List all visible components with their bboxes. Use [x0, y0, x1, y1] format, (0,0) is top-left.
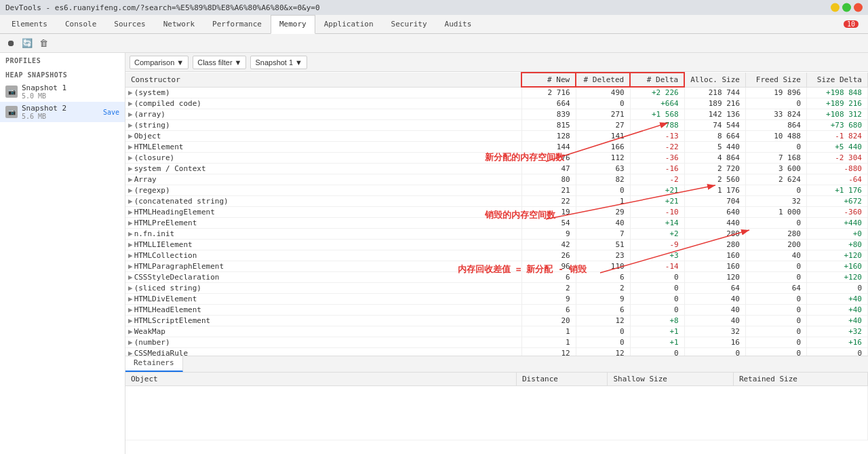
expand-icon[interactable]: ▶	[128, 132, 133, 140]
freed-size-cell: 0	[746, 272, 807, 283]
expand-icon[interactable]: ▶	[128, 338, 133, 347]
constructor-cell: ▶HTMLElement	[125, 142, 521, 153]
table-row[interactable]: ▶HTMLPreElement 54 40 +14 440 0 +440	[125, 218, 868, 229]
tab-sources[interactable]: Sources	[105, 15, 154, 34]
table-row[interactable]: ▶WeakMap 1 0 +1 32 0 +32	[125, 326, 868, 337]
expand-icon[interactable]: ▶	[128, 305, 133, 314]
tab-network[interactable]: Network	[155, 15, 203, 34]
table-row[interactable]: ▶(regexp) 21 0 +21 1 176 0 +1 176	[125, 185, 868, 196]
table-row[interactable]: ▶HTMLElement 144 166 -22 5 440 0 +5 440	[125, 142, 868, 153]
size-delta-cell: +108 312	[807, 109, 868, 120]
retainer-table: ObjectDistanceShallow SizeRetained Size	[125, 373, 868, 440]
table-row[interactable]: ▶HTMLLIElement 42 51 -9 280 200 +80	[125, 240, 868, 250]
title-text: DevTools - es6.ruanyifeng.com/?search=%E…	[5, 3, 320, 12]
expand-icon[interactable]: ▶	[128, 251, 133, 260]
table-row[interactable]: ▶HTMLParagraphElement 96 110 -14 160 0 +…	[125, 261, 868, 272]
table-row[interactable]: ▶system / Context 47 63 -16 2 720 3 600 …	[125, 164, 868, 174]
table-row[interactable]: ▶HTMLDivElement 9 9 0 40 0 +40	[125, 294, 868, 305]
deleted-cell: 0	[576, 326, 630, 337]
expand-icon[interactable]: ▶	[128, 316, 133, 325]
tab-application[interactable]: Application	[315, 15, 382, 34]
expand-icon[interactable]: ▶	[128, 186, 133, 195]
expand-icon[interactable]: ▶	[128, 284, 133, 292]
table-row[interactable]: ▶HTMLScriptElement 20 12 +8 40 0 +40	[125, 316, 868, 326]
main-container: Profiles HEAP SNAPSHOTS 📷 Snapshot 1 5.0…	[0, 53, 868, 454]
tab-security[interactable]: Security	[382, 15, 436, 34]
error-badge: 10	[844, 20, 859, 28]
table-area[interactable]: Constructor # New # Deleted # Delta Allo…	[125, 72, 868, 356]
expand-icon[interactable]: ▶	[128, 143, 133, 151]
freed-size-cell: 864	[746, 120, 807, 131]
expand-icon[interactable]: ▶	[128, 88, 133, 97]
expand-icon[interactable]: ▶	[128, 153, 133, 162]
deleted-cell: 23	[576, 250, 630, 261]
table-row[interactable]: ▶(concatenated string) 22 1 +21 704 32 +…	[125, 196, 868, 207]
deleted-cell: 7	[576, 229, 630, 240]
table-row[interactable]: ▶(sliced string) 2 2 0 64 64 0	[125, 283, 868, 294]
maximize-button[interactable]: □	[842, 3, 851, 12]
tab-audits[interactable]: Audits	[436, 15, 481, 34]
table-row[interactable]: ▶HTMLHeadElement 6 6 0 40 0 +40	[125, 305, 868, 316]
record-button[interactable]: ⏺	[4, 37, 18, 50]
close-button[interactable]: ×	[854, 3, 863, 12]
table-row[interactable]: ▶Array 80 82 -2 2 560 2 624 -64	[125, 174, 868, 185]
table-row[interactable]: ▶(compiled code) 664 0 +664 189 216 0 +1…	[125, 98, 868, 109]
heap-snapshots-header: HEAP SNAPSHOTS	[0, 67, 125, 81]
alloc-size-cell: 5 440	[684, 142, 745, 153]
class-filter-dropdown[interactable]: Class filter ▼	[193, 56, 246, 69]
table-row[interactable]: ▶(system) 2 716 490 +2 226 218 744 19 89…	[125, 87, 868, 98]
deleted-cell: 40	[576, 218, 630, 229]
expand-icon[interactable]: ▶	[128, 208, 133, 216]
alloc-size-cell: 8 664	[684, 131, 745, 142]
table-row[interactable]: ▶(number) 1 0 +1 16 0 +16	[125, 337, 868, 348]
constructor-cell: ▶(compiled code)	[125, 98, 521, 109]
table-row[interactable]: ▶HTMLHeadingElement 19 29 -10 640 1 000 …	[125, 207, 868, 218]
new-cell: 26	[521, 250, 576, 261]
tab-elements[interactable]: Elements	[3, 15, 56, 34]
expand-icon[interactable]: ▶	[128, 99, 133, 108]
table-row[interactable]: ▶Object 128 141 -13 8 664 10 488 -1 824	[125, 131, 868, 142]
expand-icon[interactable]: ▶	[128, 110, 133, 119]
expand-icon[interactable]: ▶	[128, 295, 133, 303]
table-row[interactable]: ▶HTMLCollection 26 23 +3 160 40 +120	[125, 250, 868, 261]
expand-icon[interactable]: ▶	[128, 197, 133, 206]
expand-icon[interactable]: ▶	[128, 262, 133, 271]
clear-button[interactable]: 🗑	[37, 37, 50, 50]
title-bar: DevTools - es6.ruanyifeng.com/?search=%E…	[0, 0, 868, 15]
snapshot-item-0[interactable]: 📷 Snapshot 1 5.0 MB	[0, 81, 125, 102]
comparison-dropdown[interactable]: Comparison ▼	[130, 56, 189, 69]
tab-console[interactable]: Console	[56, 15, 105, 34]
constructor-cell: ▶system / Context	[125, 164, 521, 174]
expand-icon[interactable]: ▶	[128, 175, 133, 184]
expand-icon[interactable]: ▶	[128, 229, 133, 238]
expand-icon[interactable]: ▶	[128, 164, 133, 173]
table-row[interactable]: ▶CSSStyleDeclaration 6 6 0 120 0 +120	[125, 272, 868, 283]
expand-icon[interactable]: ▶	[128, 349, 133, 356]
expand-icon[interactable]: ▶	[128, 240, 133, 249]
delta-cell: +21	[630, 185, 684, 196]
table-row[interactable]: ▶n.fn.init 9 7 +2 280 280 +0	[125, 229, 868, 240]
minimize-button[interactable]: −	[831, 3, 840, 12]
table-row[interactable]: ▶CSSMediaRule 12 12 0 0 0 0	[125, 348, 868, 356]
retainers-tab[interactable]: Retainers	[125, 356, 183, 372]
expand-icon[interactable]: ▶	[128, 327, 133, 336]
expand-icon[interactable]: ▶	[128, 273, 133, 282]
tab-memory[interactable]: Memory	[271, 15, 315, 34]
snapshot1-dropdown[interactable]: Snapshot 1 ▼	[250, 56, 307, 69]
freed-size-cell: 3 600	[746, 164, 807, 174]
new-header: # New	[521, 73, 576, 87]
table-row[interactable]: ▶(string) 815 27 +788 74 544 864 +73 680	[125, 120, 868, 131]
retainer-header-object: Object	[125, 373, 516, 386]
constructor-cell: ▶(closure)	[125, 153, 521, 164]
alloc-size-cell: 120	[684, 272, 745, 283]
tab-performance[interactable]: Performance	[203, 15, 271, 34]
expand-icon[interactable]: ▶	[128, 219, 133, 227]
table-row[interactable]: ▶(closure) 76 112 -36 4 864 7 168 -2 304	[125, 153, 868, 164]
table-row[interactable]: ▶(array) 839 271 +1 568 142 136 33 824 +…	[125, 109, 868, 120]
snapshot-item-1[interactable]: 📷 Snapshot 2 5.6 MB Save	[0, 102, 125, 122]
save-link-1[interactable]: Save	[103, 109, 119, 116]
size-delta-cell: +198 848	[807, 87, 868, 98]
expand-icon[interactable]: ▶	[128, 121, 133, 130]
alloc-size-cell: 280	[684, 229, 745, 240]
reload-button[interactable]: 🔄	[20, 37, 34, 50]
